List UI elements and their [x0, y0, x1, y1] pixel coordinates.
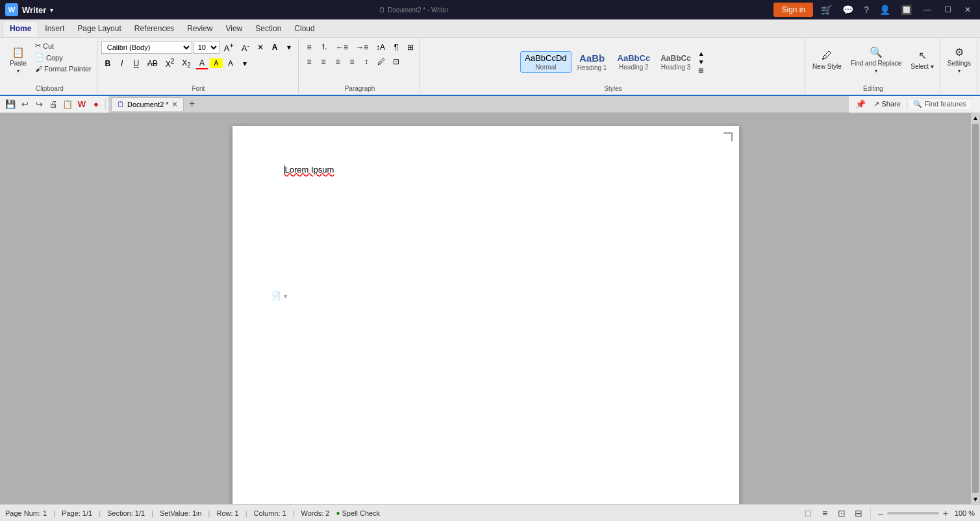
increase-indent-button[interactable]: →≡ — [353, 42, 371, 53]
signin-button[interactable]: Sign in — [773, 3, 813, 17]
para-marks-button[interactable]: ¶ — [390, 42, 403, 53]
text-effects-button[interactable]: A — [268, 42, 281, 53]
font-shrink-button[interactable]: A- — [238, 40, 253, 55]
font-color-dropdown[interactable]: ▾ — [238, 58, 251, 69]
view-normal-button[interactable]: □ — [801, 507, 814, 520]
paragraph-icon[interactable]: 📄 — [271, 291, 281, 300]
sort-button[interactable]: ↕A — [373, 42, 388, 53]
subscript-button[interactable]: X2 — [179, 57, 194, 70]
settings-button[interactable]: ⚙ Settings ▾ — [944, 40, 974, 79]
settings-label: Settings — [948, 60, 971, 67]
cart-icon[interactable]: 🛒 — [818, 3, 835, 16]
line-spacing-button[interactable]: ↕ — [360, 56, 373, 67]
tab-insert[interactable]: Insert — [38, 21, 71, 36]
text-bg-button[interactable]: A — [224, 58, 237, 69]
minimize-button[interactable]: — — [920, 4, 935, 16]
zoom-slider[interactable] — [887, 512, 939, 515]
paste-dropdown[interactable]: ▾ — [17, 68, 19, 74]
app-dropdown-icon[interactable]: ▾ — [50, 6, 53, 14]
tab-section[interactable]: Section — [249, 21, 288, 36]
highlight-color-button[interactable]: A — [210, 58, 223, 68]
copy-button[interactable]: 📄 Copy — [32, 52, 94, 63]
style-heading3[interactable]: AaBbCc Heading 3 — [656, 52, 696, 73]
borders-button[interactable]: ⊡ — [390, 56, 403, 67]
cut-button[interactable]: ✂ Cut — [32, 40, 94, 51]
document-text[interactable]: Lorem Ipsum — [285, 165, 334, 175]
styles-expand[interactable]: ⊞ — [698, 67, 705, 74]
style-heading1[interactable]: AaBb Heading 1 — [573, 51, 612, 73]
chat-icon[interactable]: 💬 — [840, 3, 856, 16]
select-button[interactable]: ↖ Select ▾ — [907, 40, 937, 79]
qa-undo-button[interactable]: ↩ — [18, 98, 31, 111]
strikethrough-button[interactable]: AB — [144, 58, 161, 69]
styles-scroll-up[interactable]: ▲ — [698, 50, 705, 57]
tab-view[interactable]: View — [219, 21, 249, 36]
spell-check-indicator[interactable]: ● Spell Check — [336, 509, 380, 517]
style-heading2[interactable]: AaBbCc Heading 2 — [613, 51, 655, 73]
bold-button[interactable]: B — [101, 58, 114, 69]
new-tab-button[interactable]: + — [185, 97, 199, 111]
help-icon[interactable]: ? — [861, 3, 872, 16]
restore-button[interactable]: ☐ — [940, 4, 955, 16]
numbered-list-button[interactable]: ⒈ — [317, 40, 331, 54]
italic-button[interactable]: I — [116, 58, 129, 69]
para-shading-button[interactable]: 🖊 — [374, 56, 388, 67]
zoom-out-button[interactable]: – — [876, 508, 885, 518]
new-style-button[interactable]: 🖊 New Style — [809, 40, 845, 79]
style-normal[interactable]: AaBbCcDd Normal — [520, 51, 571, 73]
clear-formatting-button[interactable]: ✕ — [254, 42, 267, 53]
superscript-button[interactable]: X2 — [162, 56, 178, 70]
underline-button[interactable]: U — [130, 58, 143, 69]
align-center-button[interactable]: ≡ — [317, 56, 330, 67]
font-color-button[interactable]: A — [195, 57, 208, 69]
table-button[interactable]: ⊞ — [404, 42, 417, 53]
find-replace-dropdown[interactable]: ▾ — [875, 68, 877, 74]
tab-home[interactable]: Home — [3, 21, 38, 36]
find-features-button[interactable]: 🔍 Find features — [907, 98, 972, 110]
align-left-button[interactable]: ≡ — [303, 56, 316, 67]
app-icon[interactable]: W — [5, 3, 18, 16]
justify-button[interactable]: ≡ — [346, 56, 358, 67]
document-canvas[interactable]: 📄 ▾ Lorem Ipsum — [0, 113, 971, 504]
pin-button[interactable]: 📌 — [854, 97, 867, 110]
view-web-button[interactable]: ≡ — [818, 507, 831, 520]
qa-save-button[interactable]: 💾 — [4, 98, 17, 111]
document-page[interactable]: 📄 ▾ Lorem Ipsum — [232, 126, 739, 504]
zoom-in-button[interactable]: + — [941, 508, 950, 518]
scroll-down-button[interactable]: ▼ — [971, 494, 980, 504]
qa-record-button[interactable]: ● — [90, 98, 103, 111]
scroll-thumb[interactable] — [972, 124, 979, 493]
close-button[interactable]: ✕ — [961, 4, 975, 16]
doc-tab-document2[interactable]: 🗒 Document2 * ✕ — [111, 97, 184, 111]
align-right-button[interactable]: ≡ — [331, 56, 344, 67]
share-button[interactable]: ↗ Share — [870, 99, 904, 110]
settings-dropdown[interactable]: ▾ — [958, 68, 961, 74]
decrease-indent-button[interactable]: ←≡ — [333, 42, 351, 53]
view-outline-button[interactable]: ⊟ — [852, 507, 865, 520]
account-icon[interactable]: 👤 — [877, 3, 893, 16]
styles-scroll-down[interactable]: ▼ — [698, 58, 705, 66]
qa-print-button[interactable]: 🖨 — [47, 98, 60, 111]
tab-review[interactable]: Review — [181, 21, 219, 36]
doc-tab-close[interactable]: ✕ — [171, 100, 178, 109]
vertical-scrollbar[interactable]: ▲ ▼ — [971, 113, 980, 504]
fullscreen-icon[interactable]: 🔲 — [898, 3, 914, 16]
qa-wps-button[interactable]: W — [75, 98, 88, 111]
font-name-selector[interactable]: Calibri (Body) — [101, 41, 192, 54]
font-dropdown-button[interactable]: ▾ — [283, 42, 295, 53]
qa-format-button[interactable]: 📋 — [61, 98, 74, 111]
qa-redo-button[interactable]: ↪ — [32, 98, 45, 111]
tab-page-layout[interactable]: Page Layout — [71, 21, 127, 36]
font-size-selector[interactable]: 10 — [194, 41, 220, 54]
bullet-list-button[interactable]: ≡ — [303, 42, 316, 53]
paste-button[interactable]: 📋 Paste ▾ — [5, 40, 31, 79]
view-full-button[interactable]: ⊡ — [835, 507, 848, 520]
tab-cloud[interactable]: Cloud — [288, 21, 321, 36]
paragraph-dropdown[interactable]: ▾ — [284, 293, 287, 300]
format-painter-button[interactable]: 🖌 Format Painter — [32, 64, 94, 74]
font-grow-button[interactable]: A+ — [221, 40, 237, 55]
scroll-up-button[interactable]: ▲ — [971, 113, 980, 123]
find-replace-button[interactable]: 🔍 Find and Replace ▾ — [848, 40, 905, 79]
page-content[interactable]: Lorem Ipsum — [284, 165, 687, 175]
tab-references[interactable]: References — [128, 21, 181, 36]
